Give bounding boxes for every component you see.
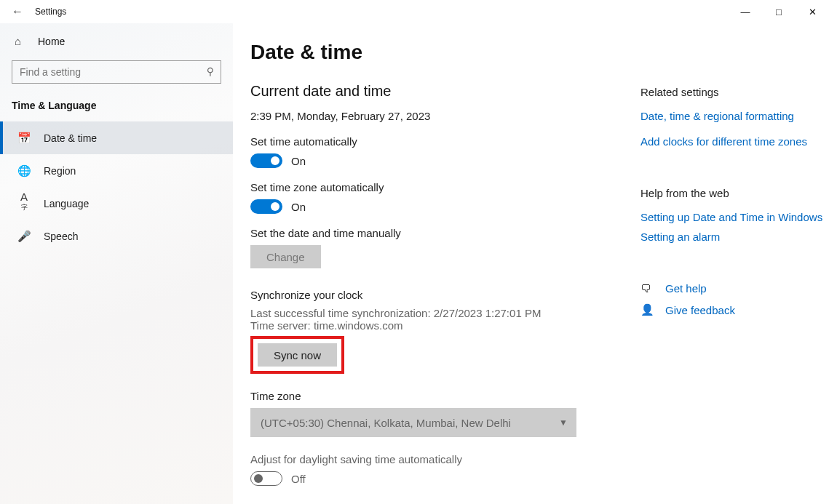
current-date-value: 2:39 PM, Monday, February 27, 2023 xyxy=(250,110,636,122)
nav-label: Region xyxy=(44,165,76,177)
dst-state: Off xyxy=(291,473,306,485)
link-help-datetime[interactable]: Setting up Date and Time in Windows xyxy=(640,211,829,223)
get-help-link[interactable]: Get help xyxy=(665,282,707,295)
help-web-heading: Help from the web xyxy=(640,187,829,199)
home-label: Home xyxy=(38,36,65,47)
link-help-alarm[interactable]: Setting an alarm xyxy=(640,231,829,243)
timezone-value: (UTC+05:30) Chennai, Kolkata, Mumbai, Ne… xyxy=(261,417,511,429)
page-title: Date & time xyxy=(250,41,636,64)
nav-label: Language xyxy=(44,198,89,209)
language-icon: A字 xyxy=(17,191,31,216)
nav-group-title: Time & Language xyxy=(0,97,233,121)
nav-language[interactable]: A字 Language xyxy=(0,187,233,220)
maximize-button[interactable]: □ xyxy=(762,0,796,23)
auto-time-state: On xyxy=(291,155,306,167)
calendar-clock-icon: 📅 xyxy=(17,132,31,145)
chevron-down-icon: ▼ xyxy=(559,417,568,428)
nav-speech[interactable]: 🎤 Speech xyxy=(0,220,233,252)
sync-highlight: Sync now xyxy=(250,336,344,374)
dst-label: Adjust for daylight saving time automati… xyxy=(250,453,636,465)
globe-icon: 🌐 xyxy=(17,164,31,177)
related-settings-heading: Related settings xyxy=(640,86,829,98)
minimize-button[interactable]: ― xyxy=(729,0,762,23)
auto-zone-label: Set time zone automatically xyxy=(250,181,636,193)
auto-zone-state: On xyxy=(291,201,306,213)
window-controls: ― □ ✕ xyxy=(729,0,829,23)
sidebar: ⌂ Home ⚲ Time & Language 📅 Date & time 🌐… xyxy=(0,23,233,504)
aside-panel: Related settings Date, time & regional f… xyxy=(636,41,829,504)
nav-label: Speech xyxy=(44,231,78,242)
window-title: Settings xyxy=(35,7,66,17)
sync-last: Last successful time synchronization: 2/… xyxy=(250,307,636,319)
help-icon: 🗨 xyxy=(640,282,654,295)
nav-region[interactable]: 🌐 Region xyxy=(0,154,233,187)
nav-date-time[interactable]: 📅 Date & time xyxy=(0,121,233,154)
auto-time-label: Set time automatically xyxy=(250,135,636,148)
sync-server: Time server: time.windows.com xyxy=(250,319,636,332)
close-button[interactable]: ✕ xyxy=(796,0,829,23)
back-button[interactable]: ← xyxy=(0,5,35,18)
auto-time-toggle[interactable] xyxy=(250,153,282,168)
link-regional-formatting[interactable]: Date, time & regional formatting xyxy=(640,110,829,122)
title-bar: ← Settings ― □ ✕ xyxy=(0,0,829,23)
link-add-clocks[interactable]: Add clocks for different time zones xyxy=(640,135,829,148)
home-icon: ⌂ xyxy=(15,35,28,47)
change-button: Change xyxy=(250,245,321,268)
sync-heading: Synchronize your clock xyxy=(250,289,636,301)
microphone-icon: 🎤 xyxy=(17,230,31,243)
manual-date-label: Set the date and time manually xyxy=(250,227,636,239)
home-nav[interactable]: ⌂ Home xyxy=(0,28,233,56)
dst-toggle xyxy=(250,471,282,486)
feedback-icon: 👤 xyxy=(640,303,654,316)
sync-now-button[interactable]: Sync now xyxy=(258,343,337,367)
nav-label: Date & time xyxy=(44,132,97,144)
search-input[interactable] xyxy=(12,60,221,84)
give-feedback-link[interactable]: Give feedback xyxy=(665,304,735,316)
timezone-heading: Time zone xyxy=(250,390,636,402)
main-content: Date & time Current date and time 2:39 P… xyxy=(250,41,636,504)
timezone-select[interactable]: (UTC+05:30) Chennai, Kolkata, Mumbai, Ne… xyxy=(250,408,576,437)
current-date-heading: Current date and time xyxy=(250,83,636,100)
auto-zone-toggle[interactable] xyxy=(250,199,282,214)
